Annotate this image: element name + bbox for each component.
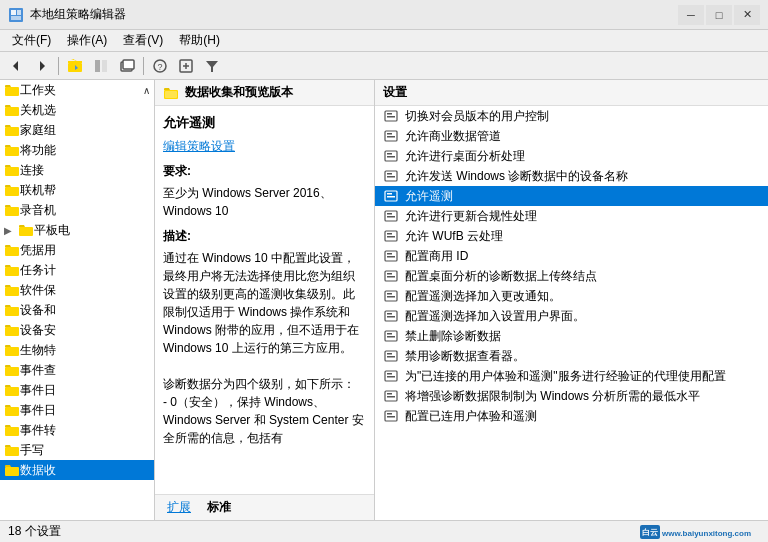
- sidebar-item-eventtransfer[interactable]: 事件转: [0, 420, 154, 440]
- sidebar-item-shutdown[interactable]: 关机选: [0, 100, 154, 120]
- list-item-telemetry[interactable]: 允许遥测: [375, 186, 768, 206]
- sidebar-item-software[interactable]: 软件保: [0, 280, 154, 300]
- svg-rect-24: [5, 187, 19, 196]
- watermark-logo: 白云 www.baiyunxitong.com: [640, 523, 760, 541]
- new-window-button[interactable]: [115, 55, 139, 77]
- svg-marker-4: [13, 61, 18, 71]
- menu-action[interactable]: 操作(A): [59, 30, 115, 51]
- sidebar-item-eventlog2[interactable]: 事件日: [0, 400, 154, 420]
- tab-standard[interactable]: 标准: [203, 497, 235, 518]
- sidebar-item-devsec[interactable]: 设备安: [0, 320, 154, 340]
- show-hide-button[interactable]: [89, 55, 113, 77]
- minimize-button[interactable]: ─: [678, 5, 704, 25]
- list-item-update-compliance[interactable]: 允许进行更新合规性处理: [375, 206, 768, 226]
- svg-rect-28: [5, 267, 19, 276]
- menu-help[interactable]: 帮助(H): [171, 30, 228, 51]
- list-item-commercial-id[interactable]: 配置商用 ID: [375, 246, 768, 266]
- list-item-label: 允许商业数据管道: [405, 128, 501, 145]
- list-item-disable-delete[interactable]: 禁止删除诊断数据: [375, 326, 768, 346]
- folder-icon-open: [4, 462, 20, 478]
- sidebar-item-biometric[interactable]: 生物特: [0, 340, 154, 360]
- sidebar-item-eventview[interactable]: 事件查: [0, 360, 154, 380]
- svg-rect-19: [5, 87, 19, 96]
- list-item-label: 配置已连用户体验和遥测: [405, 408, 537, 425]
- list-item-commercial-data[interactable]: 允许商业数据管道: [375, 126, 768, 146]
- sidebar-item-taskscheduler[interactable]: 任务计: [0, 260, 154, 280]
- list-item-desktop-analytics[interactable]: 允许进行桌面分析处理: [375, 146, 768, 166]
- list-item-optin-change[interactable]: 配置遥测选择加入更改通知。: [375, 286, 768, 306]
- sidebar-label: 软件保: [20, 282, 56, 299]
- list-item-optin-ui[interactable]: 配置遥测选择加入设置用户界面。: [375, 306, 768, 326]
- sidebar-item-device[interactable]: 设备和: [0, 300, 154, 320]
- list-item-label: 配置商用 ID: [405, 248, 468, 265]
- status-count: 18 个设置: [8, 523, 61, 540]
- menu-file[interactable]: 文件(F): [4, 30, 59, 51]
- folder-icon: [4, 182, 20, 198]
- svg-text:?: ?: [157, 62, 162, 72]
- list-item-limit-diag[interactable]: 将增强诊断数据限制制为 Windows 分析所需的最低水平: [375, 386, 768, 406]
- sidebar: 工作夹 ∧ 关机选 家庭组 将功能 连接 联机帮 录音机 ▶: [0, 80, 155, 520]
- sidebar-item-connect[interactable]: 连接: [0, 160, 154, 180]
- svg-rect-26: [19, 227, 33, 236]
- sidebar-item-datacollect[interactable]: 数据收: [0, 460, 154, 480]
- list-item-label: 切换对会员版本的用户控制: [405, 108, 549, 125]
- help-button[interactable]: ?: [148, 55, 172, 77]
- sidebar-label: 手写: [20, 442, 44, 459]
- sidebar-label: 凭据用: [20, 242, 56, 259]
- menu-view[interactable]: 查看(V): [115, 30, 171, 51]
- right-panel: 设置 切换对会员版本的用户控制 允许商业数据管道 允许进行桌面分析处理: [375, 80, 768, 520]
- svg-text:白云: 白云: [642, 528, 658, 537]
- sidebar-item-recorder[interactable]: 录音机: [0, 200, 154, 220]
- middle-body: 允许遥测 编辑策略设置 要求: 至少为 Windows Server 2016、…: [155, 106, 374, 494]
- sidebar-label: 工作夹: [20, 82, 56, 99]
- sidebar-item-homegroup[interactable]: 家庭组: [0, 120, 154, 140]
- list-item-upload-endpoint[interactable]: 配置桌面分析的诊断数据上传终结点: [375, 266, 768, 286]
- svg-rect-60: [387, 233, 392, 235]
- sidebar-label: 事件转: [20, 422, 56, 439]
- sidebar-item-credentials[interactable]: 凭据用: [0, 240, 154, 260]
- svg-rect-79: [387, 356, 395, 358]
- close-button[interactable]: ✕: [734, 5, 760, 25]
- folder-icon: [4, 442, 20, 458]
- sidebar-item-workfolder[interactable]: 工作夹 ∧: [0, 80, 154, 100]
- folder-open-icon: [163, 85, 179, 101]
- description-heading: 描述:: [163, 228, 366, 245]
- sidebar-label: 录音机: [20, 202, 56, 219]
- svg-rect-55: [387, 196, 395, 198]
- sidebar-label: 事件日: [20, 382, 56, 399]
- forward-button[interactable]: [30, 55, 54, 77]
- folder-icon: [4, 362, 20, 378]
- list-item-disable-viewer[interactable]: 禁用诊断数据查看器。: [375, 346, 768, 366]
- list-item-proxy-auth[interactable]: 为"已连接的用户体验和遥测"服务进行经验证的代理使用配置: [375, 366, 768, 386]
- list-item-member-control[interactable]: 切换对会员版本的用户控制: [375, 106, 768, 126]
- svg-rect-29: [5, 287, 19, 296]
- svg-rect-73: [387, 316, 395, 318]
- list-item-connected-user[interactable]: 配置已连用户体验和遥测: [375, 406, 768, 426]
- maximize-button[interactable]: □: [706, 5, 732, 25]
- folder-icon: [4, 302, 20, 318]
- edit-policy-link[interactable]: 编辑策略设置: [163, 139, 235, 153]
- folder-icon: [4, 162, 20, 178]
- sidebar-item-tablet[interactable]: ▶ 平板电: [0, 220, 154, 240]
- sidebar-item-handwriting[interactable]: 手写: [0, 440, 154, 460]
- sidebar-item-online[interactable]: 联机帮: [0, 180, 154, 200]
- sidebar-item-eventlog[interactable]: 事件日: [0, 380, 154, 400]
- svg-rect-10: [102, 60, 107, 72]
- toolbar: ?: [0, 52, 768, 80]
- list-item-device-name[interactable]: 允许发送 Windows 诊断数据中的设备名称: [375, 166, 768, 186]
- status-bar: 18 个设置 白云 www.baiyunxitong.com: [0, 520, 768, 542]
- svg-rect-82: [387, 376, 395, 378]
- back-button[interactable]: [4, 55, 28, 77]
- policy-icon: [383, 208, 399, 224]
- policy-icon: [383, 308, 399, 324]
- tab-expand[interactable]: 扩展: [163, 497, 195, 518]
- filter-button[interactable]: [200, 55, 224, 77]
- sidebar-item-features[interactable]: 将功能: [0, 140, 154, 160]
- list-item-wufb[interactable]: 允许 WUfB 云处理: [375, 226, 768, 246]
- folder-up-button[interactable]: [63, 55, 87, 77]
- svg-rect-38: [5, 467, 19, 476]
- export-button[interactable]: [174, 55, 198, 77]
- title-controls: ─ □ ✕: [678, 5, 760, 25]
- sidebar-label: 生物特: [20, 342, 56, 359]
- svg-rect-21: [5, 127, 19, 136]
